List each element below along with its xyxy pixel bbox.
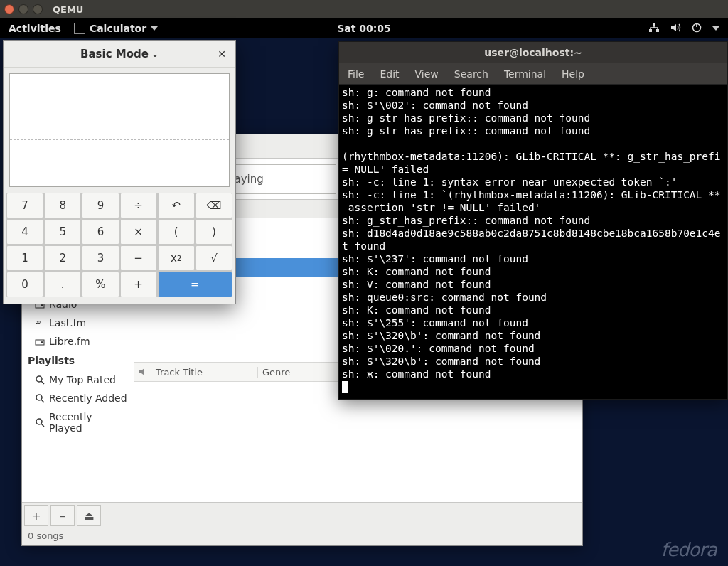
track-grid-body [134,382,582,502]
menu-help[interactable]: Help [562,68,584,80]
key-backspace[interactable]: ⌫ [196,193,232,218]
sidebar-item-recently-played[interactable]: Recently Played [22,407,134,437]
sidebar-item-lastfm[interactable]: ∞ Last.fm [22,314,134,332]
key-square-x: x [171,252,177,265]
search-icon [35,375,45,385]
fedora-watermark: fedora [661,539,717,560]
clock[interactable]: Sat 00:05 [337,23,391,34]
terminal-window: user@localhost:~ File Edit View Search T… [338,41,728,400]
sidebar-item-recently-added[interactable]: Recently Added [22,389,134,407]
key-multiply[interactable]: × [120,219,157,245]
chevron-down-icon: ⌄ [151,49,159,59]
key-rparen[interactable]: ) [196,219,232,245]
key-decimal[interactable]: . [44,272,81,297]
terminal-output[interactable]: sh: g: command not found sh: $'\002': co… [339,85,727,399]
key-5[interactable]: 5 [44,219,81,245]
key-1[interactable]: 1 [6,245,43,271]
power-icon[interactable] [691,22,702,36]
menu-view[interactable]: View [415,68,439,80]
svg-point-11 [36,419,42,424]
menu-edit[interactable]: Edit [380,68,399,80]
network-icon[interactable] [648,22,660,36]
key-9[interactable]: 9 [82,193,119,218]
calculator-titlebar: Basic Mode ⌄ ✕ [4,41,235,68]
key-divide[interactable]: ÷ [120,193,157,218]
volume-icon[interactable] [670,22,681,36]
key-2[interactable]: 2 [44,245,81,271]
terminal-title: user@localhost:~ [339,42,727,63]
calculator-window: Basic Mode ⌄ ✕ 7 8 9 ÷ ↶ ⌫ 4 5 6 × ( ) 1… [3,40,236,304]
qemu-title: QEMU [53,4,83,15]
key-subtract[interactable]: − [120,245,157,271]
sidebar-item-librefm[interactable]: Libre.fm [22,332,134,351]
key-undo[interactable]: ↶ [158,193,195,218]
sidebar-item-label: Recently Added [49,393,127,404]
librefm-icon [35,336,45,346]
close-button[interactable]: ✕ [215,48,228,60]
svg-rect-2 [656,29,659,32]
search-icon [35,417,45,427]
sidebar-item-label: Recently Played [49,411,128,434]
sidebar-item-label: Libre.fm [49,336,90,347]
key-sqrt[interactable]: √ [196,245,232,271]
svg-point-6 [41,304,43,306]
mode-label: Basic Mode [80,48,149,60]
activities-button[interactable]: Activities [9,23,61,34]
calculator-display[interactable] [9,73,230,187]
app-menu[interactable]: Calculator [74,23,158,34]
svg-rect-0 [653,23,655,26]
svg-rect-4 [696,23,697,27]
qemu-titlebar: QEMU [0,0,728,18]
search-icon [35,393,45,403]
key-percent[interactable]: % [82,272,119,297]
sidebar-item-label: Last.fm [49,317,86,329]
chevron-down-icon [151,26,158,31]
key-square[interactable]: x2 [158,245,195,271]
menu-file[interactable]: File [348,68,364,80]
key-0[interactable]: 0 [6,272,43,297]
display-divider [10,139,229,140]
key-add[interactable]: + [120,272,157,297]
mode-selector[interactable]: Basic Mode ⌄ [80,48,159,60]
key-4[interactable]: 4 [6,219,43,245]
terminal-text: sh: g: command not found sh: $'\002': co… [342,87,721,380]
eject-button[interactable]: ⏏ [77,505,101,526]
terminal-menubar: File Edit View Search Terminal Help [339,63,727,85]
sidebar-item-label: My Top Rated [49,374,116,385]
column-track-title[interactable]: Track Title [151,367,258,378]
key-equals[interactable]: = [158,272,232,297]
key-8[interactable]: 8 [44,193,81,218]
calculator-icon [74,23,85,34]
svg-point-8 [41,341,43,343]
lastfm-icon: ∞ [35,318,45,328]
svg-point-9 [36,376,42,382]
close-icon[interactable] [4,4,14,14]
menu-search[interactable]: Search [454,68,488,80]
key-3[interactable]: 3 [82,245,119,271]
key-square-exp: 2 [177,255,181,262]
minimize-icon[interactable] [18,4,28,14]
maximize-icon[interactable] [33,4,43,14]
key-lparen[interactable]: ( [158,219,195,245]
add-button[interactable]: + [24,505,48,526]
svg-point-10 [36,395,42,400]
menu-terminal[interactable]: Terminal [504,68,546,80]
calculator-keypad: 7 8 9 ÷ ↶ ⌫ 4 5 6 × ( ) 1 2 3 − x2 √ 0 .… [6,193,232,297]
status-bar: 0 songs [22,528,582,545]
remove-button[interactable]: – [50,505,75,526]
key-6[interactable]: 6 [82,219,119,245]
terminal-cursor [342,381,348,393]
chevron-down-icon[interactable] [712,26,719,31]
key-7[interactable]: 7 [6,193,43,218]
speaker-icon [134,367,151,377]
sidebar-item-top-rated[interactable]: My Top Rated [22,370,134,389]
gnome-top-bar: Activities Calculator Sat 00:05 [0,18,728,38]
app-menu-label: Calculator [90,23,146,34]
sidebar-header-playlists: Playlists [22,351,134,370]
svg-rect-1 [649,29,652,32]
